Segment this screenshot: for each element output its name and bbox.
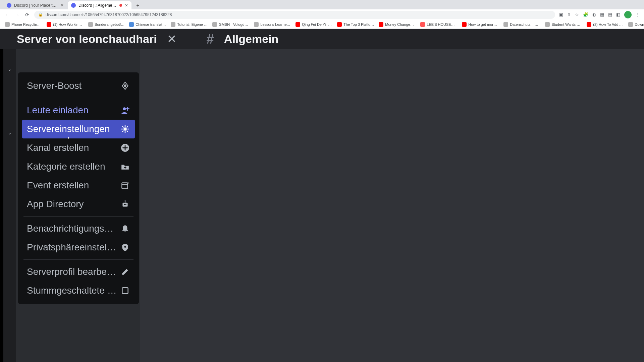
bookmark[interactable]: Qing Fei De Yi - Y… [294, 21, 334, 28]
menu-create-channel[interactable]: Kanal erstellen [22, 138, 135, 157]
close-icon[interactable]: ✕ [125, 3, 128, 8]
discord-header: Server von leonchaudhari ✕ # Allgemein [0, 29, 644, 49]
svg-point-0 [123, 107, 126, 110]
cursor-icon: ✦ [67, 136, 69, 138]
toolbar-right: ▣ ⇪ ☆ 🧩 ◐ ▦ ▤ ◧ ⋮ [559, 11, 640, 18]
chevron-icon[interactable]: ⌄ [3, 128, 16, 138]
svg-point-1 [124, 128, 126, 130]
shield-icon [120, 242, 130, 252]
tab-strip: Discord | Your Place to Talk an ✕ Discor… [0, 0, 644, 9]
server-rail: ⌄ ⌄ [3, 49, 16, 362]
close-dropdown-icon[interactable]: ✕ [167, 32, 176, 46]
checkbox-icon [120, 286, 130, 296]
browser-chrome: Discord | Your Place to Talk an ✕ Discor… [0, 0, 644, 29]
lock-icon: 🔒 [38, 12, 43, 17]
server-dropdown-menu: Server-Boost Leute einladen Servereinste… [18, 72, 139, 304]
reload-button[interactable]: ⟳ [24, 12, 30, 18]
calendar-plus-icon [120, 180, 130, 190]
bookmark[interactable]: Download - Cooki… [627, 21, 644, 28]
bookmark[interactable]: Student Wants an… [543, 21, 584, 28]
back-button[interactable]: ← [4, 12, 10, 18]
extensions-icon[interactable]: 🧩 [583, 12, 588, 17]
svg-point-7 [124, 200, 125, 201]
gear-icon [120, 124, 130, 134]
extension-icon-2[interactable]: ▦ [600, 12, 604, 17]
svg-rect-8 [122, 288, 128, 293]
window-edge [0, 29, 3, 362]
bookmark[interactable]: Sonderangebot!… [87, 21, 126, 28]
bookmark[interactable]: The Top 3 Platfor… [335, 21, 376, 28]
hash-icon: # [207, 32, 214, 47]
invite-icon [120, 105, 130, 115]
bookmark[interactable]: Datenschutz – Re… [502, 21, 542, 28]
url-text: discord.com/channels/1056547947631870022… [46, 12, 172, 17]
extension-icon-1[interactable]: ◐ [592, 12, 596, 17]
extension-icon-4[interactable]: ◧ [616, 12, 620, 17]
chrome-menu-icon[interactable]: ⋮ [636, 12, 640, 17]
forward-button[interactable]: → [14, 12, 20, 18]
bookmark[interactable]: Money Changes E… [377, 21, 417, 28]
pencil-icon [120, 267, 130, 277]
menu-muted-channels[interactable]: Stummgeschaltete Kanäl… [22, 281, 135, 300]
plus-circle-icon [120, 143, 130, 153]
favicon-discord [71, 3, 76, 8]
svg-point-5 [124, 204, 125, 205]
bookmark[interactable]: Phone Recycling… [3, 21, 44, 28]
svg-rect-3 [122, 183, 127, 188]
bookmark[interactable]: (2) How To Add A… [585, 21, 625, 28]
menu-create-category[interactable]: Kategorie erstellen [22, 157, 135, 176]
menu-edit-server-profile[interactable]: Serverprofil bearbeiten [22, 262, 135, 281]
share-icon[interactable]: ⇪ [567, 12, 571, 17]
chevron-icon[interactable]: ⌄ [3, 64, 16, 74]
bookmark[interactable]: GMSN - Vologda… [211, 21, 251, 28]
tab-discord-channel[interactable]: Discord | #Allgemein | Se… ✕ [68, 1, 131, 9]
bookmark[interactable]: (1) How Working a… [45, 21, 85, 28]
separator [23, 98, 133, 98]
svg-rect-4 [122, 203, 127, 207]
tab-discord-home[interactable]: Discord | Your Place to Talk an ✕ [3, 1, 67, 9]
svg-point-6 [125, 204, 126, 205]
extension-icon-3[interactable]: ▤ [608, 12, 612, 17]
toolbar: ← → ⟳ 🔒 discord.com/channels/10565479476… [0, 9, 644, 20]
server-title[interactable]: Server von leonchaudhari [17, 33, 157, 46]
tab-title: Discord | #Allgemein | Se… [78, 3, 117, 8]
star-icon[interactable]: ☆ [575, 12, 579, 17]
bookmark[interactable]: LEE'S HOUSE—… [419, 21, 459, 28]
separator [23, 216, 133, 217]
bookmark[interactable]: Lessons Learned f… [252, 21, 292, 28]
menu-server-boost[interactable]: Server-Boost [22, 76, 135, 95]
menu-invite-people[interactable]: Leute einladen [22, 101, 135, 120]
discord-app: Server von leonchaudhari ✕ # Allgemein ⌄… [0, 29, 644, 362]
folder-plus-icon [120, 162, 130, 172]
channel-title: Allgemein [224, 33, 278, 46]
robot-icon [120, 199, 130, 209]
bookmarks-bar: Phone Recycling… (1) How Working a… Sond… [0, 20, 644, 29]
close-icon[interactable]: ✕ [60, 3, 64, 8]
address-bar[interactable]: 🔒 discord.com/channels/10565479476318700… [34, 11, 555, 19]
profile-avatar[interactable] [624, 11, 632, 18]
favicon-discord [7, 3, 11, 8]
bookmark[interactable]: How to get more v… [460, 21, 500, 28]
bell-icon [120, 224, 130, 234]
cast-icon[interactable]: ▣ [559, 12, 563, 17]
menu-privacy-settings[interactable]: Privatsphäreeinstellungen [22, 238, 135, 257]
bookmark[interactable]: Chinese translatio… [127, 21, 168, 28]
menu-app-directory[interactable]: App Directory [22, 195, 135, 214]
menu-create-event[interactable]: Event erstellen [22, 176, 135, 195]
new-tab-button[interactable]: + [134, 2, 142, 9]
recording-indicator-icon [119, 4, 122, 7]
menu-server-settings[interactable]: Servereinstellungen [22, 120, 135, 138]
bookmark[interactable]: Tutorial: Eigene Fa… [169, 21, 209, 28]
tab-title: Discord | Your Place to Talk an [14, 3, 58, 8]
separator [23, 259, 133, 260]
boost-icon [120, 81, 130, 91]
menu-notification-settings[interactable]: Benachrichtigungseinste… [22, 219, 135, 238]
chat-area [140, 49, 644, 362]
